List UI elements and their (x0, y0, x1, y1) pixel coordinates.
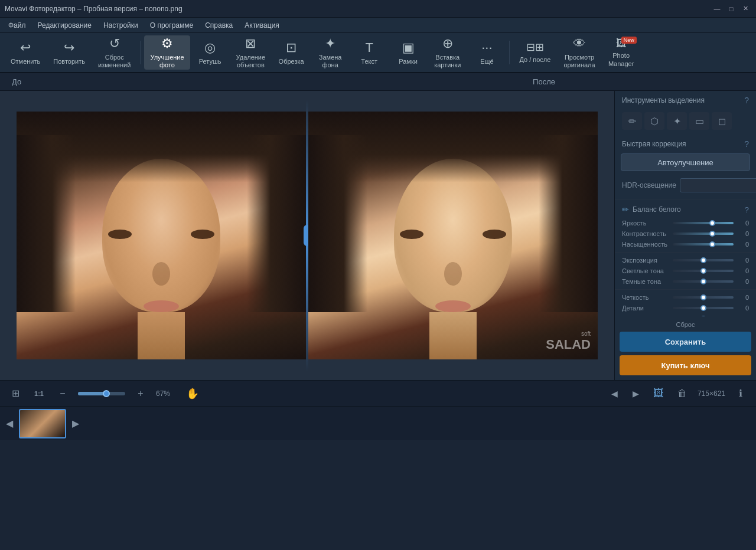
menu-settings[interactable]: Настройки (97, 19, 144, 31)
quick-correction-help[interactable]: ? (744, 139, 749, 149)
auto-enhance-button[interactable]: Автоулучшение (621, 153, 750, 171)
save-button[interactable]: Сохранить (620, 332, 751, 352)
contrast-label: Контрастность (622, 230, 669, 237)
crop-icon: ⊡ (286, 40, 296, 55)
retouch-button[interactable]: ◎ Ретушь (191, 35, 229, 70)
image-dimensions: 715×621 (698, 389, 725, 398)
crop-button[interactable]: ⊡ Обрезка (272, 35, 310, 70)
detail-thumb (700, 305, 706, 311)
zoom-slider[interactable] (78, 392, 125, 395)
hdr-input[interactable] (680, 178, 756, 192)
enhance-button[interactable]: ⚙ Улучшениефото (144, 35, 190, 70)
canvas-area: soft SALAD (0, 91, 614, 380)
filmstrip-next[interactable]: ▶ (69, 417, 83, 431)
shadows-thumb (700, 279, 706, 284)
brightness-label: Яркость (622, 220, 669, 227)
frames-button[interactable]: ▣ Рамки (389, 35, 427, 70)
exposure-slider[interactable] (673, 259, 734, 261)
insert-button[interactable]: ⊕ Вставкакартинки (428, 35, 467, 70)
clarity-value: 0 (737, 294, 749, 301)
quick-correction-section: Быстрая коррекция ? (615, 135, 756, 152)
pencil-tool[interactable]: ✏ (622, 112, 642, 130)
clarity-label: Четкость (622, 294, 669, 301)
remove-icon: ⊠ (245, 36, 256, 51)
contrast-slider[interactable] (673, 233, 734, 235)
detail-label: Детали (622, 305, 669, 312)
close-button[interactable]: ✕ (739, 3, 751, 15)
eraser-tool[interactable]: ◻ (712, 112, 732, 130)
buy-button[interactable]: Купить ключ (620, 355, 751, 375)
selection-tools-section: Инструменты выделения ? (615, 91, 756, 109)
brightness-slider[interactable] (673, 222, 734, 224)
zoom-handle (103, 390, 110, 397)
selection-help-icon[interactable]: ? (744, 96, 749, 105)
detail-row: Детали 0 (615, 303, 756, 313)
saturation-value: 0 (737, 241, 749, 248)
zoom-out-button[interactable]: − (54, 385, 71, 402)
menu-activate[interactable]: Активация (239, 19, 285, 31)
prev-image-button[interactable]: ◀ (608, 387, 622, 401)
undo-button[interactable]: ↩ Отменить (5, 35, 46, 70)
clarity-row: Четкость 0 (615, 292, 756, 303)
frames-icon: ▣ (402, 40, 415, 55)
more-button[interactable]: ··· Ещё (468, 35, 506, 70)
remove-objects-button[interactable]: ⊠ Удалениеобъектов (230, 35, 272, 70)
detail-slider[interactable] (673, 307, 734, 309)
contrast-row: Контрастность 0 (615, 228, 756, 239)
delete-button[interactable]: 🗑 (674, 385, 690, 402)
detail-value: 0 (737, 305, 749, 312)
reset-icon: ↺ (109, 36, 120, 51)
lasso-tool[interactable]: ⬡ (644, 112, 664, 130)
maximize-button[interactable]: □ (725, 3, 737, 15)
menu-edit[interactable]: Редактирование (32, 19, 97, 31)
pan-tool[interactable]: ✋ (184, 385, 201, 402)
photo-manager-button[interactable]: New 🖼 PhotoManager (602, 35, 640, 70)
white-balance-help[interactable]: ? (745, 205, 749, 214)
after-image: soft SALAD (308, 112, 598, 359)
menu-about[interactable]: О программе (144, 19, 199, 31)
brightness-value: 0 (737, 220, 749, 227)
right-panel-scroll: Инструменты выделения ? ✏ ⬡ ✦ ▭ ◻ Быстра… (615, 91, 756, 316)
text-button[interactable]: T Текст (350, 35, 388, 70)
zoom-in-button[interactable]: + (132, 385, 149, 402)
insert-icon: ⊕ (442, 36, 453, 51)
highlights-row: Светлые тона 0 (615, 266, 756, 276)
panel-footer: Сброс Сохранить Купить ключ (615, 316, 756, 380)
white-balance-icon: ✏ (622, 205, 629, 214)
highlights-slider[interactable] (673, 270, 734, 272)
redo-button[interactable]: ↪ Повторить (47, 35, 91, 70)
filmstrip-item[interactable] (19, 409, 66, 438)
status-bar: ⊞ 1:1 − + 67% ✋ ◀ ▶ 🖼 🗑 715×621 ℹ (0, 380, 756, 406)
hdr-label: HDR-освещение (622, 181, 676, 189)
fit-screen-button[interactable]: ⊞ (7, 385, 24, 402)
actual-size-button[interactable]: 1:1 (31, 385, 47, 402)
zoom-fill (78, 392, 106, 395)
menu-help[interactable]: Справка (199, 19, 239, 31)
before-after-bar: До После (0, 73, 756, 91)
main-area: soft SALAD Инструменты выделения ? ✏ ⬡ ✦… (0, 91, 756, 380)
watermark: soft SALAD (546, 330, 591, 352)
after-photo: soft SALAD (308, 112, 598, 359)
minimize-button[interactable]: — (711, 3, 723, 15)
reset-button[interactable]: ↺ Сбросизменений (92, 35, 136, 70)
reset-button[interactable]: Сброс (620, 321, 751, 328)
saturation-label: Насыщенность (622, 241, 669, 248)
gallery-view-button[interactable]: 🖼 (650, 385, 667, 402)
replace-bg-button[interactable]: ✦ Заменафона (311, 35, 349, 70)
menu-file[interactable]: Файл (2, 19, 32, 31)
info-button[interactable]: ℹ (732, 385, 749, 402)
retouch-icon: ◎ (204, 40, 216, 55)
contrast-value: 0 (737, 230, 749, 237)
selection-tools-label: Инструменты выделения (622, 96, 705, 104)
before-label: До (12, 77, 21, 86)
view-original-button[interactable]: 👁 Просмотроригинала (558, 35, 601, 70)
magic-wand-tool[interactable]: ✦ (667, 112, 687, 130)
rect-select-tool[interactable]: ▭ (689, 112, 709, 130)
next-image-button[interactable]: ▶ (629, 387, 643, 401)
clarity-slider[interactable] (673, 296, 734, 299)
shadows-row: Темные тона 0 (615, 276, 756, 287)
saturation-slider[interactable] (673, 243, 734, 245)
shadows-slider[interactable] (673, 280, 734, 283)
filmstrip-prev[interactable]: ◀ (2, 417, 17, 431)
before-after-button[interactable]: ⊟⊞ До / после (513, 35, 556, 70)
